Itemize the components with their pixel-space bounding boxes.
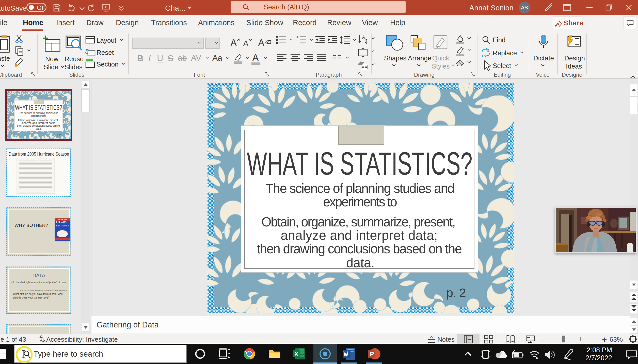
svg-text:LIE WITH: LIE WITH — [56, 221, 67, 224]
svg-text:A: A — [230, 38, 237, 48]
svg-text:STATISTICS: STATISTICS — [56, 224, 69, 227]
svg-text:attitude does your partner hav: attitude does your partner have? — [13, 296, 50, 299]
svg-text:1: 1 — [297, 36, 298, 38]
svg-text:HOW TO: HOW TO — [58, 219, 67, 221]
svg-text:2: 2 — [297, 38, 298, 41]
svg-text:WHY BOTHER?: WHY BOTHER? — [14, 223, 48, 228]
svg-text:3: 3 — [297, 41, 298, 44]
svg-text:A: A — [362, 35, 365, 39]
svg-text:c: c — [482, 53, 484, 58]
svg-text:• In the chat right now write: • In the chat right now write an adjecti… — [11, 281, 66, 284]
svg-text:A: A — [243, 39, 249, 48]
svg-text:DATA: DATA — [33, 273, 45, 278]
svg-text:P: P — [370, 350, 374, 358]
svg-text:*a word describing a particula: *a word describing a particular quality … — [20, 289, 67, 291]
svg-text:b: b — [487, 48, 489, 53]
svg-text:Data from 2005 Hurricane Seaso: Data from 2005 Hurricane Season — [9, 151, 69, 157]
svg-text:A: A — [258, 38, 265, 48]
svg-text:• What attitude do you have to: • What attitude do you have toward data,… — [11, 293, 63, 295]
